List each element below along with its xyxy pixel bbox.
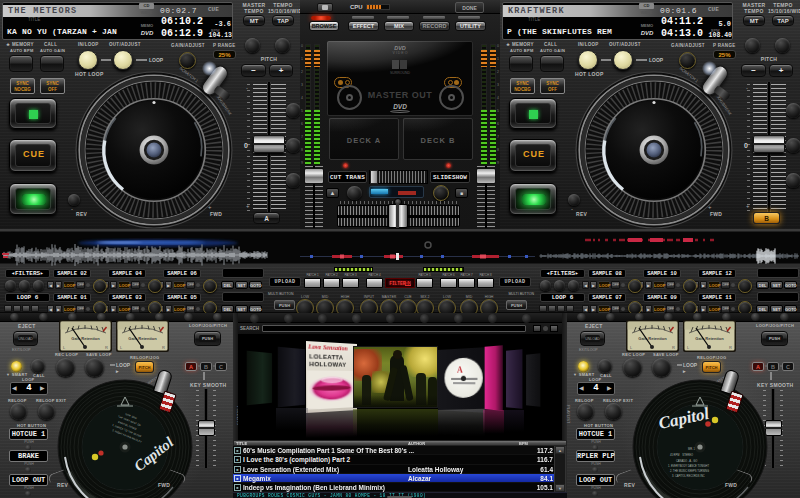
svg-text:Gain Retention: Gain Retention bbox=[695, 336, 724, 341]
svg-text:Gain Retention: Gain Retention bbox=[638, 336, 667, 341]
svg-text:R: R bbox=[729, 345, 732, 350]
svg-text:3. CAPITOL RECORDS INC: 3. CAPITOL RECORDS INC bbox=[672, 474, 705, 478]
svg-text:Gain Retention: Gain Retention bbox=[71, 336, 100, 341]
svg-text:CANADO - A - GO: CANADO - A - GO bbox=[676, 459, 697, 463]
svg-text:Gain Retention: Gain Retention bbox=[128, 336, 157, 341]
svg-text:R: R bbox=[105, 345, 108, 350]
svg-text:MR. 1: MR. 1 bbox=[688, 447, 695, 451]
svg-text:R: R bbox=[162, 345, 165, 350]
svg-text:R: R bbox=[672, 345, 675, 350]
svg-text:2. THE MUSIC KEEPS TURNING: 2. THE MUSIC KEEPS TURNING bbox=[670, 469, 709, 473]
svg-text:45 RPM STEREO: 45 RPM STEREO bbox=[670, 453, 693, 457]
svg-text:1. EVERYBODY DANCE TONIGHT: 1. EVERYBODY DANCE TONIGHT bbox=[668, 464, 709, 468]
